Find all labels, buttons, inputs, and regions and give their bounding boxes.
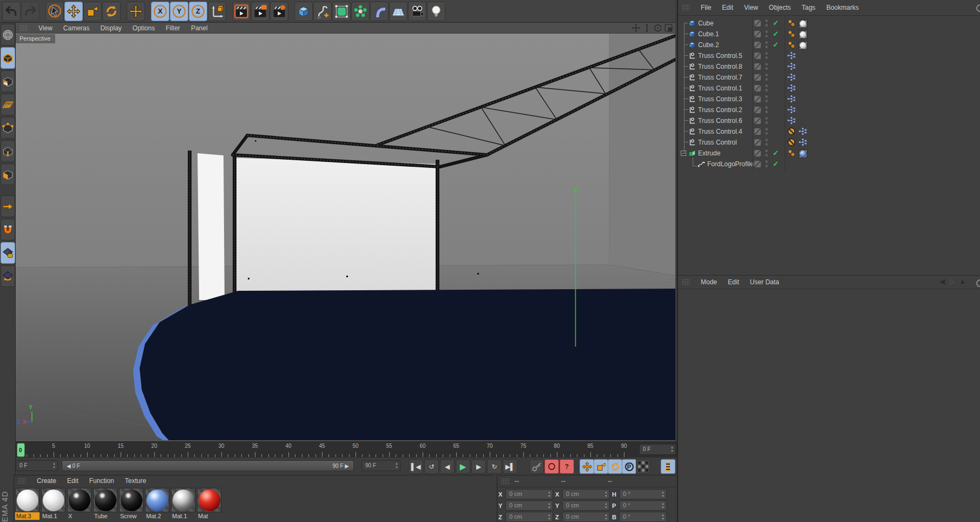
stepper-icon[interactable]: ▲▼	[604, 502, 608, 510]
frame-tick[interactable]	[261, 454, 262, 457]
timeline-ruler[interactable]: 051015202530354045505560657075808590 0 0…	[16, 441, 677, 458]
enabled-check-icon[interactable]: ✓	[773, 149, 779, 157]
object-row[interactable]: Truss Control.3	[678, 94, 980, 105]
visibility-dots[interactable]	[765, 19, 768, 28]
layer-toggle[interactable]	[754, 63, 761, 70]
points-mode-button[interactable]	[1, 117, 15, 139]
null-object-icon[interactable]	[688, 117, 696, 125]
render-picture-viewer-button[interactable]	[251, 2, 269, 21]
frame-tick[interactable]	[383, 454, 383, 457]
xpresso-tag[interactable]	[799, 138, 807, 148]
frame-tick[interactable]	[168, 454, 168, 457]
frame-tick[interactable]	[456, 452, 457, 457]
undo-button[interactable]	[2, 2, 21, 21]
frame-tick[interactable]	[624, 452, 624, 457]
frame-tick[interactable]	[54, 452, 54, 457]
workplane-rotate-button[interactable]	[1, 265, 15, 287]
frame-tick[interactable]	[255, 452, 255, 457]
visibility-dots[interactable]	[765, 63, 768, 71]
make-editable-button[interactable]	[1, 24, 15, 45]
material-tag[interactable]	[799, 41, 807, 50]
frame-tick[interactable]	[322, 452, 323, 457]
frame-tick[interactable]	[94, 454, 94, 457]
history-forward-icon[interactable]: ▷	[949, 277, 955, 285]
visibility-dots[interactable]	[765, 106, 768, 115]
frame-tick[interactable]	[597, 454, 597, 457]
object-name[interactable]: Truss Control.4	[698, 128, 742, 135]
frame-tick[interactable]	[174, 454, 175, 457]
null-object-icon[interactable]	[688, 52, 696, 60]
frame-tick[interactable]	[557, 452, 557, 457]
frame-tick[interactable]	[268, 454, 269, 457]
add-light-object-button[interactable]	[427, 2, 445, 21]
viewport-menu-display[interactable]: Display	[95, 24, 127, 32]
frame-tick[interactable]	[201, 454, 202, 457]
frame-tick[interactable]	[369, 454, 370, 457]
history-back-icon[interactable]: ◀	[939, 277, 945, 285]
frame-tick[interactable]	[416, 454, 417, 457]
workplane-mode-button[interactable]	[1, 94, 15, 115]
enabled-check-icon[interactable]: ✓	[773, 41, 779, 49]
object-menu-view[interactable]: View	[739, 4, 764, 11]
range-end-field[interactable]: 90 F▲▼	[361, 460, 400, 471]
object-row[interactable]: Truss Control.8	[678, 61, 980, 72]
polygons-mode-button[interactable]	[1, 164, 15, 185]
phong-tag[interactable]	[787, 41, 795, 50]
frame-tick[interactable]	[423, 452, 423, 457]
frame-tick[interactable]	[60, 454, 61, 457]
frame-tick[interactable]	[235, 454, 235, 457]
viewport-menu-panel[interactable]: Panel	[186, 24, 213, 32]
frame-tick[interactable]	[336, 454, 336, 457]
coord-section-header[interactable]: --	[561, 478, 565, 485]
add-cube-object-button[interactable]	[294, 2, 313, 21]
render-settings-button[interactable]	[270, 2, 288, 21]
frame-tick[interactable]	[67, 454, 68, 457]
frame-tick[interactable]	[403, 454, 403, 457]
material-thumbnail[interactable]	[93, 488, 117, 512]
object-name[interactable]: Truss Control.3	[698, 95, 742, 103]
animation-mode-button[interactable]	[1, 195, 15, 217]
live-selection-button[interactable]	[45, 2, 64, 21]
range-start-field[interactable]: 0 F▲▼	[16, 460, 58, 471]
edges-mode-button[interactable]	[1, 140, 15, 162]
keying-pla-button[interactable]	[636, 459, 650, 474]
add-array-object-button[interactable]	[351, 2, 370, 21]
lock-z-axis-button[interactable]: Z	[189, 2, 207, 21]
attribute-menu-edit[interactable]: Edit	[722, 278, 745, 286]
object-row[interactable]: Truss Control	[678, 137, 980, 148]
coord-section-header[interactable]: --	[515, 478, 519, 485]
object-menu-tags[interactable]: Tags	[797, 4, 821, 11]
object-row[interactable]: Truss Control.1	[678, 83, 980, 94]
frame-tick[interactable]	[107, 454, 108, 457]
object-row[interactable]: Truss Control.6	[678, 115, 980, 126]
frame-tick[interactable]	[308, 454, 309, 457]
keying-position-button[interactable]	[580, 459, 594, 474]
extrude-object-icon[interactable]	[688, 149, 696, 157]
material-thumbnail[interactable]	[15, 488, 40, 512]
stepper-icon[interactable]: ▲▼	[548, 502, 551, 510]
frame-tick[interactable]	[208, 454, 208, 457]
autokeying-button[interactable]	[544, 459, 559, 474]
lock-y-axis-button[interactable]: Y	[170, 2, 188, 21]
viewport-menu-filter[interactable]: Filter	[160, 24, 186, 32]
layer-toggle[interactable]	[754, 20, 761, 27]
layer-toggle[interactable]	[754, 150, 761, 156]
stage-floor[interactable]	[140, 289, 675, 440]
xpresso-tag[interactable]	[787, 84, 795, 94]
stepper-icon[interactable]: ▲▼	[548, 513, 551, 521]
frame-tick[interactable]	[288, 452, 289, 457]
layer-toggle[interactable]	[754, 42, 761, 48]
material-tag[interactable]	[799, 19, 807, 28]
object-name[interactable]: FordLogoProfile	[707, 160, 753, 168]
frame-tick[interactable]	[302, 454, 302, 457]
layer-toggle[interactable]	[754, 53, 761, 59]
material-tag[interactable]	[799, 149, 807, 158]
material-name-label[interactable]: Mat.1	[171, 512, 195, 520]
frame-tick[interactable]	[543, 454, 544, 457]
frame-tick[interactable]	[101, 454, 101, 457]
attribute-menu-mode[interactable]: Mode	[695, 278, 722, 286]
stepper-icon[interactable]: ▲▼	[604, 491, 608, 498]
frame-tick[interactable]	[27, 454, 27, 457]
layer-toggle[interactable]	[754, 31, 761, 37]
material-item[interactable]: Mat.1	[41, 488, 65, 520]
